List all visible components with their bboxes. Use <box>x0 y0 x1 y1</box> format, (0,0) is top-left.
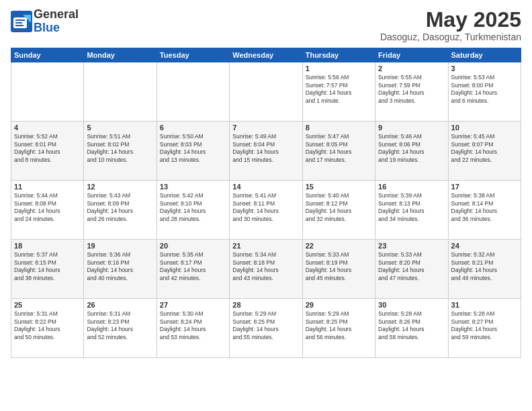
day-cell <box>84 62 157 122</box>
weekday-row: Sunday Monday Tuesday Wednesday Thursday… <box>11 48 521 62</box>
day-cell: 24Sunrise: 5:32 AM Sunset: 8:21 PM Dayli… <box>448 240 521 299</box>
day-info: Sunrise: 5:28 AM Sunset: 8:26 PM Dayligh… <box>378 310 445 341</box>
logo: General Blue <box>11 8 79 35</box>
day-cell: 27Sunrise: 5:30 AM Sunset: 8:24 PM Dayli… <box>157 299 229 358</box>
day-cell: 30Sunrise: 5:28 AM Sunset: 8:26 PM Dayli… <box>375 299 448 358</box>
day-number: 24 <box>451 242 518 250</box>
col-tuesday: Tuesday <box>157 48 229 62</box>
svg-rect-4 <box>15 22 22 24</box>
day-info: Sunrise: 5:50 AM Sunset: 8:03 PM Dayligh… <box>160 133 226 164</box>
day-cell: 11Sunrise: 5:44 AM Sunset: 8:08 PM Dayli… <box>11 181 84 240</box>
day-number: 28 <box>232 301 299 309</box>
day-cell: 29Sunrise: 5:29 AM Sunset: 8:25 PM Dayli… <box>302 299 375 358</box>
day-cell: 17Sunrise: 5:38 AM Sunset: 8:14 PM Dayli… <box>448 181 521 240</box>
day-cell: 2Sunrise: 5:55 AM Sunset: 7:59 PM Daylig… <box>375 62 448 122</box>
day-info: Sunrise: 5:37 AM Sunset: 8:15 PM Dayligh… <box>14 251 81 282</box>
day-info: Sunrise: 5:47 AM Sunset: 8:05 PM Dayligh… <box>306 133 372 164</box>
day-number: 9 <box>378 124 445 132</box>
week-row-1: 4Sunrise: 5:52 AM Sunset: 8:01 PM Daylig… <box>11 122 521 181</box>
col-monday: Monday <box>84 48 157 62</box>
col-friday: Friday <box>375 48 448 62</box>
svg-rect-5 <box>15 25 24 26</box>
day-info: Sunrise: 5:28 AM Sunset: 8:27 PM Dayligh… <box>451 310 518 341</box>
week-row-3: 18Sunrise: 5:37 AM Sunset: 8:15 PM Dayli… <box>11 240 521 299</box>
day-number: 15 <box>306 183 372 191</box>
day-number: 26 <box>87 301 153 309</box>
day-number: 17 <box>451 183 518 191</box>
day-cell: 21Sunrise: 5:34 AM Sunset: 8:18 PM Dayli… <box>230 240 302 299</box>
day-info: Sunrise: 5:41 AM Sunset: 8:11 PM Dayligh… <box>232 192 299 223</box>
day-number: 5 <box>87 124 153 132</box>
day-cell: 8Sunrise: 5:47 AM Sunset: 8:05 PM Daylig… <box>302 122 375 181</box>
logo-general-text: General <box>34 8 79 21</box>
logo-blue-text: Blue <box>34 21 79 35</box>
day-info: Sunrise: 5:38 AM Sunset: 8:14 PM Dayligh… <box>451 192 518 223</box>
day-info: Sunrise: 5:36 AM Sunset: 8:16 PM Dayligh… <box>87 251 153 282</box>
day-info: Sunrise: 5:33 AM Sunset: 8:19 PM Dayligh… <box>306 251 372 282</box>
day-number: 20 <box>160 242 226 250</box>
day-cell: 10Sunrise: 5:45 AM Sunset: 8:07 PM Dayli… <box>448 122 521 181</box>
day-cell <box>157 62 229 122</box>
day-cell: 18Sunrise: 5:37 AM Sunset: 8:15 PM Dayli… <box>11 240 84 299</box>
day-info: Sunrise: 5:33 AM Sunset: 8:20 PM Dayligh… <box>378 251 445 282</box>
logo-text: General Blue <box>34 8 79 35</box>
day-cell: 9Sunrise: 5:46 AM Sunset: 8:06 PM Daylig… <box>375 122 448 181</box>
day-number: 22 <box>306 242 372 250</box>
calendar-body: 1Sunrise: 5:56 AM Sunset: 7:57 PM Daylig… <box>11 62 521 358</box>
col-wednesday: Wednesday <box>230 48 302 62</box>
day-number: 10 <box>451 124 518 132</box>
day-cell: 28Sunrise: 5:29 AM Sunset: 8:25 PM Dayli… <box>230 299 302 358</box>
day-info: Sunrise: 5:29 AM Sunset: 8:25 PM Dayligh… <box>306 310 372 341</box>
day-cell <box>11 62 84 122</box>
day-info: Sunrise: 5:34 AM Sunset: 8:18 PM Dayligh… <box>232 251 299 282</box>
day-number: 30 <box>378 301 445 309</box>
day-number: 21 <box>232 242 299 250</box>
day-number: 19 <box>87 242 153 250</box>
day-info: Sunrise: 5:53 AM Sunset: 8:00 PM Dayligh… <box>451 74 518 105</box>
header: General Blue May 2025 Dasoguz, Dasoguz, … <box>11 8 521 42</box>
logo-icon <box>11 11 32 32</box>
day-number: 2 <box>378 64 445 73</box>
day-number: 16 <box>378 183 445 191</box>
col-sunday: Sunday <box>11 48 84 62</box>
day-number: 23 <box>378 242 445 250</box>
day-info: Sunrise: 5:45 AM Sunset: 8:07 PM Dayligh… <box>451 133 518 164</box>
day-number: 13 <box>160 183 226 191</box>
day-cell: 19Sunrise: 5:36 AM Sunset: 8:16 PM Dayli… <box>84 240 157 299</box>
day-info: Sunrise: 5:39 AM Sunset: 8:13 PM Dayligh… <box>378 192 445 223</box>
day-number: 29 <box>306 301 372 309</box>
day-number: 12 <box>87 183 153 191</box>
day-info: Sunrise: 5:29 AM Sunset: 8:25 PM Dayligh… <box>232 310 299 341</box>
day-info: Sunrise: 5:32 AM Sunset: 8:21 PM Dayligh… <box>451 251 518 282</box>
day-info: Sunrise: 5:44 AM Sunset: 8:08 PM Dayligh… <box>14 192 81 223</box>
day-info: Sunrise: 5:55 AM Sunset: 7:59 PM Dayligh… <box>378 74 445 105</box>
day-info: Sunrise: 5:42 AM Sunset: 8:10 PM Dayligh… <box>160 192 226 223</box>
day-cell: 31Sunrise: 5:28 AM Sunset: 8:27 PM Dayli… <box>448 299 521 358</box>
day-cell: 16Sunrise: 5:39 AM Sunset: 8:13 PM Dayli… <box>375 181 448 240</box>
day-number: 25 <box>14 301 81 309</box>
day-info: Sunrise: 5:49 AM Sunset: 8:04 PM Dayligh… <box>232 133 299 164</box>
day-info: Sunrise: 5:31 AM Sunset: 8:23 PM Dayligh… <box>87 310 153 341</box>
day-info: Sunrise: 5:40 AM Sunset: 8:12 PM Dayligh… <box>306 192 372 223</box>
week-row-0: 1Sunrise: 5:56 AM Sunset: 7:57 PM Daylig… <box>11 62 521 122</box>
day-number: 6 <box>160 124 226 132</box>
day-number: 18 <box>14 242 81 250</box>
subtitle: Dasoguz, Dasoguz, Turkmenistan <box>380 32 521 42</box>
day-info: Sunrise: 5:51 AM Sunset: 8:02 PM Dayligh… <box>87 133 153 164</box>
day-cell: 22Sunrise: 5:33 AM Sunset: 8:19 PM Dayli… <box>302 240 375 299</box>
day-cell: 20Sunrise: 5:35 AM Sunset: 8:17 PM Dayli… <box>157 240 229 299</box>
week-row-4: 25Sunrise: 5:31 AM Sunset: 8:22 PM Dayli… <box>11 299 521 358</box>
day-number: 3 <box>451 64 518 73</box>
title-area: May 2025 Dasoguz, Dasoguz, Turkmenistan <box>380 8 521 42</box>
day-cell: 12Sunrise: 5:43 AM Sunset: 8:09 PM Dayli… <box>84 181 157 240</box>
day-cell: 4Sunrise: 5:52 AM Sunset: 8:01 PM Daylig… <box>11 122 84 181</box>
day-cell: 13Sunrise: 5:42 AM Sunset: 8:10 PM Dayli… <box>157 181 229 240</box>
day-cell: 25Sunrise: 5:31 AM Sunset: 8:22 PM Dayli… <box>11 299 84 358</box>
day-number: 14 <box>232 183 299 191</box>
day-number: 27 <box>160 301 226 309</box>
day-info: Sunrise: 5:52 AM Sunset: 8:01 PM Dayligh… <box>14 133 81 164</box>
day-number: 4 <box>14 124 81 132</box>
day-cell: 6Sunrise: 5:50 AM Sunset: 8:03 PM Daylig… <box>157 122 229 181</box>
day-number: 1 <box>306 64 372 73</box>
day-cell: 14Sunrise: 5:41 AM Sunset: 8:11 PM Dayli… <box>230 181 302 240</box>
